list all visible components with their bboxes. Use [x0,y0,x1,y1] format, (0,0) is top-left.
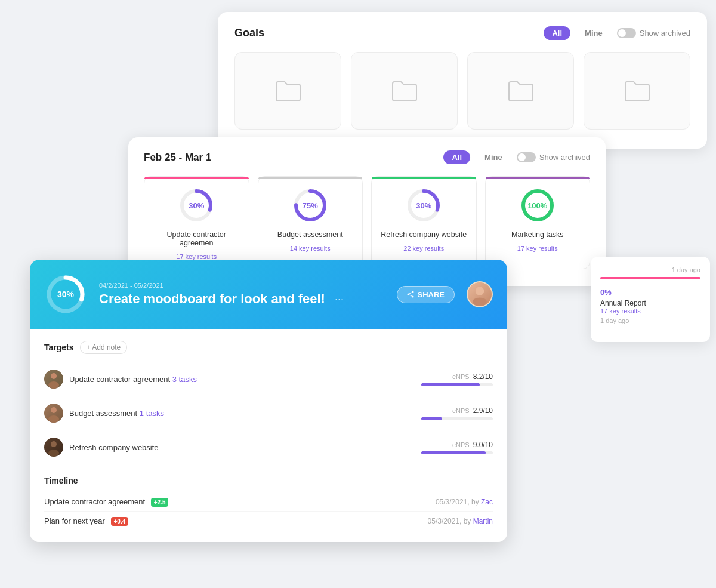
enps-bar-outer-1 [421,383,493,386]
donut-label-2: 75% [303,201,318,210]
goal-card-title-2: Budget assessment [277,230,343,239]
timeline-row-2: Plan for next year +0.4 05/3/2021, by Ma… [44,512,493,530]
goals-panel: Goals All Mine Show archived [218,12,707,149]
sprint-archived-toggle[interactable] [517,152,536,162]
enps-bar-fill-2 [421,417,442,420]
goal-card-sub-4: 17 key results [517,245,558,252]
timeline-user-1[interactable]: Zac [481,498,493,506]
detail-pct: 30% [57,290,74,299]
svg-point-18 [48,381,59,389]
detail-panel: 30% 04/2/2021 - 05/2/2021 Create moodboa… [30,260,507,542]
goals-archived-toggle[interactable] [617,28,636,38]
folder-icon [390,79,419,103]
timeline-section: Timeline Update contractor agreement +2.… [44,476,493,530]
goal-card-title-3: Refresh company website [381,230,467,239]
goals-filter-mine[interactable]: Mine [576,26,611,40]
target-tasks-link-1[interactable]: 3 tasks [172,375,197,384]
goals-title: Goals [234,27,264,39]
right-bar-outer-1 [600,277,700,279]
targets-header: Targets + Add note [44,341,493,354]
detail-body: Targets + Add note Update contractor agr… [30,329,507,542]
target-row-1: Update contractor agreement 3 tasks eNPS… [44,362,493,396]
goal-card-title-4: Marketing tasks [511,230,564,239]
sprint-filter-all[interactable]: All [443,150,470,164]
target-avatar-3 [44,438,63,457]
svg-point-21 [51,441,57,447]
folder-card[interactable] [467,52,574,130]
svg-point-16 [473,297,487,306]
target-enps-1: eNPS 8.2/10 [397,372,493,386]
right-panel: 1 day ago 0% Annual Report 17 key result… [591,257,710,342]
right-item-1: 1 day ago [600,266,700,279]
detail-donut: 30% [44,273,87,316]
detail-title: Create moodboard for look and feel! [99,291,325,307]
goals-toggle-label[interactable]: Show archived [617,28,690,38]
targets-section: Targets + Add note Update contractor agr… [44,341,493,464]
sprint-filter-mine[interactable]: Mine [476,150,511,164]
goal-card-sub-3: 22 key results [403,245,444,252]
right-annual-sub: 17 key results [600,307,700,315]
sprint-goal-cards: 30% Update contractor agreemen 17 key re… [144,176,590,269]
svg-point-15 [476,287,484,295]
svg-line-14 [408,294,413,297]
right-time-ago-2: 1 day ago [600,317,700,324]
enps-score-3: 9.0/10 [473,441,493,449]
goals-filter-all[interactable]: All [544,26,570,40]
timeline-user-2[interactable]: Martin [473,517,493,525]
goal-card-4[interactable]: 100% Marketing tasks 17 key results [485,176,591,269]
donut-chart-4: 100% [519,186,557,224]
detail-date: 04/2/2021 - 05/2/2021 [99,282,385,289]
folder-card[interactable] [234,52,341,130]
timeline-name-1: Update contractor agreement +2.5 [44,497,436,506]
target-row-2: Budget assessment 1 tasks eNPS 2.9/10 [44,396,493,430]
timeline-name-2: Plan for next year +0.4 [44,516,428,525]
target-enps-2: eNPS 2.9/10 [397,407,493,420]
goals-filter-row: All Mine Show archived [544,26,690,40]
target-avatar-2 [44,404,63,423]
timeline-row-1: Update contractor agreement +2.5 05/3/20… [44,492,493,512]
donut-label-3: 30% [416,201,431,210]
goal-card-1[interactable]: 30% Update contractor agreemen 17 key re… [144,176,249,269]
target-row-3: Refresh company website eNPS 9.0/10 [44,430,493,464]
target-enps-3: eNPS 9.0/10 [397,441,493,454]
donut-label-4: 100% [527,201,547,210]
timeline-meta-1: 05/3/2021, by Zac [436,498,493,506]
goals-header: Goals All Mine Show archived [234,26,690,40]
enps-score-1: 8.2/10 [473,372,493,381]
target-name-2: Budget assessment 1 tasks [69,409,391,418]
folder-card[interactable] [584,52,690,130]
right-pct: 0% [600,288,700,297]
target-tasks-link-2[interactable]: 1 tasks [140,409,164,418]
goal-card-sub-2: 14 key results [290,245,331,252]
right-item-2: 0% Annual Report 17 key results 1 day ag… [600,288,700,324]
folder-card[interactable] [351,52,458,130]
goal-card-2[interactable]: 75% Budget assessment 14 key results [258,176,363,269]
enps-label-2: eNPS [452,407,470,414]
folder-icon [507,79,535,103]
enps-label-1: eNPS [452,373,470,380]
timeline-badge-1: +2.5 [151,498,169,507]
enps-bar-fill-3 [421,451,486,454]
sprint-toggle-label[interactable]: Show archived [517,152,590,162]
right-bar-fill-1 [600,277,700,279]
donut-chart-3: 30% [405,186,443,224]
timeline-title: Timeline [44,476,493,485]
detail-more-icon[interactable]: ··· [335,293,344,306]
enps-bar-outer-2 [421,417,493,420]
timeline-meta-2: 05/3/2021, by Martin [428,517,493,525]
add-note-button[interactable]: + Add note [80,341,128,354]
goal-card-3[interactable]: 30% Refresh company website 22 key resul… [371,176,477,269]
target-avatar-1 [44,370,63,389]
share-button[interactable]: SHARE [397,286,455,303]
donut-chart-2: 75% [291,186,329,224]
svg-point-20 [48,415,59,423]
folder-icon [623,79,652,103]
enps-bar-outer-3 [421,451,493,454]
enps-score-2: 2.9/10 [473,407,493,415]
timeline-badge-2: +0.4 [111,517,129,526]
donut-label-1: 30% [189,201,204,210]
sprint-date-range: Feb 25 - Mar 1 [144,152,211,164]
target-name-1: Update contractor agreement 3 tasks [69,375,391,384]
goals-folder-grid [234,52,690,130]
goal-card-title-1: Update contractor agreemen [152,230,242,247]
